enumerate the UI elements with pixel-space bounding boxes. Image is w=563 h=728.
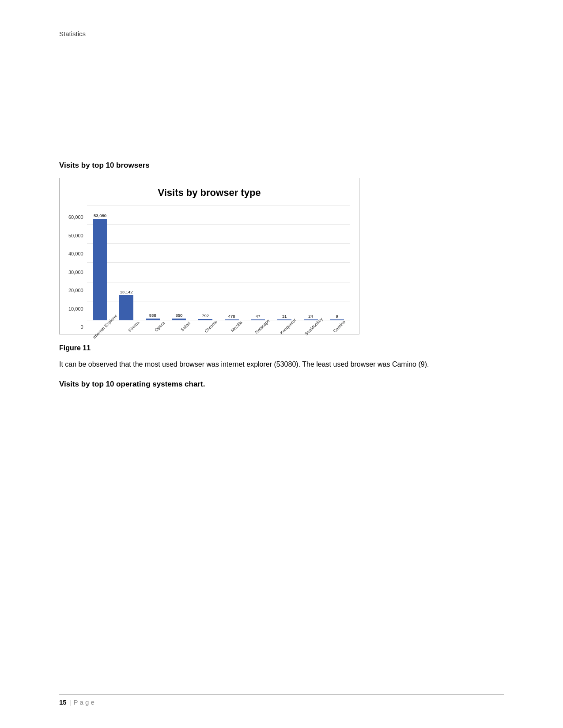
page: Statistics Visits by top 10 browsers Vis… (0, 0, 563, 728)
x-label-wrapper: Safari (171, 322, 196, 330)
y-axis-label: 0 (81, 325, 83, 330)
y-axis-label: 60,000 (68, 215, 83, 220)
page-number: 15 (59, 698, 67, 706)
x-label-wrapper: Netscape (248, 322, 273, 330)
x-axis-label: Firefox (128, 320, 140, 333)
bar (277, 319, 291, 320)
bar-value-label: 31 (282, 314, 287, 319)
x-axis-label: Mozilla (230, 320, 243, 333)
chart-title: Visits by browser type (68, 187, 350, 199)
figure-body-text: It can be observed that the most used br… (59, 358, 504, 370)
bar-value-label: 24 (308, 314, 313, 319)
grid-and-bars: 53,08013,1429388507924784731249 (87, 206, 350, 320)
chart-area: 60,00050,00040,00030,00020,00010,0000 53… (68, 206, 350, 330)
x-label-wrapper: Firefox (120, 322, 145, 330)
bar-value-label: 792 (202, 313, 209, 318)
bar-wrapper: 938 (140, 313, 166, 320)
x-label-wrapper: Konqueror (273, 322, 299, 330)
bars-row: 53,08013,1429388507924784731249 (87, 206, 350, 320)
x-axis-label: Safari (179, 321, 191, 332)
y-axis-label: 10,000 (68, 307, 83, 311)
bar-value-label: 47 (256, 314, 261, 319)
bar-wrapper: 53,080 (87, 213, 113, 320)
bar (119, 295, 133, 320)
x-label-wrapper: Camino (325, 322, 350, 330)
bar (198, 319, 212, 320)
bar-value-label: 53,080 (94, 213, 106, 218)
bar (93, 219, 107, 320)
bar (251, 319, 265, 320)
footer-separator: | (69, 698, 71, 706)
figure-caption: Figure 11 (59, 344, 504, 352)
bar-value-label: 850 (175, 313, 182, 318)
section-heading-os: Visits by top 10 operating systems chart… (59, 380, 504, 389)
page-footer: 15 | P a g e (59, 694, 504, 706)
footer-page-info: 15 | P a g e (59, 698, 504, 706)
x-label-wrapper: Internet Explorer (87, 322, 120, 330)
x-label-wrapper: SeaMonkey (299, 322, 325, 330)
content-spacer (59, 38, 504, 161)
chart-body: 53,08013,1429388507924784731249 Internet… (87, 206, 350, 330)
bar-value-label: 938 (149, 313, 156, 318)
bar-value-label: 13,142 (120, 289, 133, 294)
y-axis-label: 40,000 (68, 251, 83, 256)
y-axis-label: 50,000 (68, 233, 83, 238)
footer-page-text: P a g e (74, 698, 94, 706)
bar-wrapper: 478 (219, 314, 245, 320)
x-axis-labels: Internet ExplorerFirefoxOperaSafariChrom… (87, 322, 350, 330)
x-axis-label: Chrome (204, 319, 218, 334)
bar-value-label: 9 (336, 314, 338, 319)
x-label-wrapper: Chrome (196, 322, 222, 330)
bar-wrapper: 850 (166, 313, 193, 320)
x-axis-label: Camino (332, 319, 346, 334)
bar (225, 319, 239, 320)
bar (146, 319, 160, 320)
x-axis-label: Opera (154, 320, 166, 332)
chart-container: Visits by browser type 60,00050,00040,00… (59, 178, 359, 334)
section-heading-browsers: Visits by top 10 browsers (59, 161, 504, 170)
x-axis-label: Netscape (254, 318, 271, 335)
bar-wrapper: 9 (324, 314, 350, 320)
bar (172, 319, 186, 320)
page-header-title: Statistics (59, 30, 504, 38)
bar-value-label: 478 (228, 314, 235, 319)
x-label-wrapper: Mozilla (222, 322, 248, 330)
y-axis-label: 20,000 (68, 288, 83, 293)
x-label-wrapper: Opera (145, 322, 171, 330)
y-axis: 60,00050,00040,00030,00020,00010,0000 (68, 215, 87, 330)
y-axis-label: 30,000 (68, 270, 83, 275)
